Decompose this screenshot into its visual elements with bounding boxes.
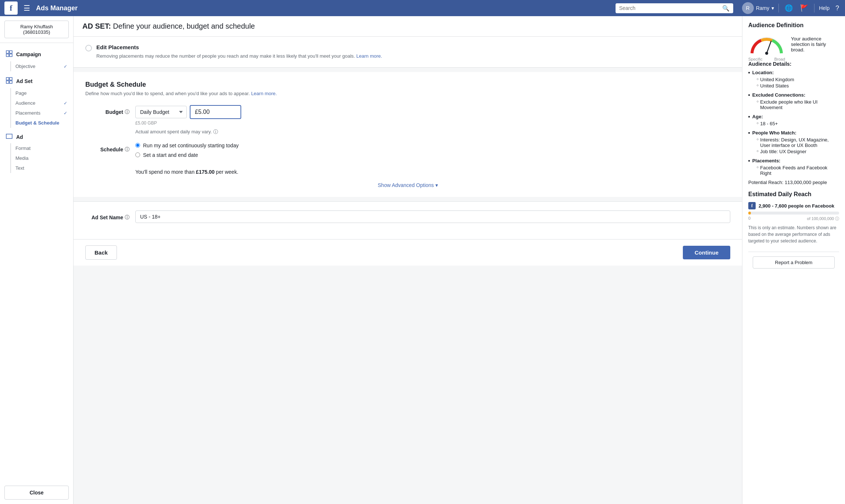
svg-rect-5 [10,78,12,80]
continue-button[interactable]: Continue [683,246,730,259]
budget-schedule-section: Budget & Schedule Define how much you'd … [74,72,742,197]
sidebar-item-placements[interactable]: Placements ✓ [0,108,73,118]
gauge-labels: Specific Broad [748,57,785,61]
budget-section-subtitle: Define how much you'd like to spend, and… [85,91,730,96]
reach-scale-zero: 0 [748,216,750,222]
budget-section-title: Budget & Schedule [85,81,730,89]
reach-scale-max: of 100,000,000 ⓘ [807,216,839,222]
vary-info-icon[interactable]: ⓘ [213,129,218,135]
reach-bar [748,212,751,215]
sidebar-item-budget-schedule[interactable]: Budget & Schedule [0,118,73,128]
audience-definition-title: Audience Definition [748,22,839,29]
audience-details-list: Location: United Kingdom United States E… [748,70,839,177]
ad-label: Ad [16,134,23,140]
placement-item-0: Facebook Feeds and Facebook Right [757,165,839,176]
edit-placements-learn-more[interactable]: Learn more. [356,53,382,59]
amount-vary-note: Actual amount spent daily may vary. ⓘ [135,129,730,135]
svg-rect-8 [6,134,12,138]
user-avatar: R [742,2,754,14]
potential-reach: Potential Reach: 113,000,000 people [748,180,839,185]
budget-amount-input[interactable] [190,105,241,119]
adset-icon [6,77,13,85]
budget-form-row: Budget ⓘ Daily Budget £5.00 GBP Actual a… [85,105,730,135]
bottom-bar: Back Continue [74,239,742,266]
back-button[interactable]: Back [85,245,117,260]
radio-dates[interactable]: Set a start and end date [135,152,730,158]
account-dropdown[interactable]: Ramy Khuffash (368010335) [4,21,69,38]
adset-name-input[interactable] [135,210,730,223]
sidebar-item-media[interactable]: Media [0,153,73,163]
reach-info-icon[interactable]: ⓘ [835,216,839,221]
sidebar-section-ad: Ad Format Media Text [0,131,73,173]
radio-continuous[interactable]: Run my ad set continuously starting toda… [135,143,730,148]
schedule-label: Schedule ⓘ [85,143,129,153]
sidebar-item-objective[interactable]: Objective ✓ [0,61,73,71]
reach-scale: 0 of 100,000,000 ⓘ [748,216,839,222]
search-input[interactable] [619,5,722,11]
audience-details: Audience Details: Location: United Kingd… [748,61,839,177]
facebook-small-logo: f [748,202,756,209]
budget-type-select[interactable]: Daily Budget [135,106,187,118]
age-item: Age: 18 - 65+ [748,114,839,127]
page-header: AD SET: Define your audience, budget and… [74,16,742,37]
ad-subitems: Format Media Text [0,143,73,173]
sidebar-item-audience[interactable]: Audience ✓ [0,98,73,108]
people-match-item: People Who Match: Interests: Design, UX … [748,130,839,155]
show-advanced: Show Advanced Options ▾ [85,182,730,188]
edit-placements-radio[interactable] [85,45,92,51]
location-uk: United Kingdom [757,77,794,82]
weekly-spend: You'll spend no more than £175.00 per we… [135,169,730,175]
sidebar-item-text[interactable]: Text [0,163,73,173]
user-dropdown-icon: ▾ [771,5,774,11]
audience-definition-section: Audience Definition [748,22,839,244]
schedule-info-icon[interactable]: ⓘ [125,146,129,153]
placements-item: Placements: Facebook Feeds and Facebook … [748,158,839,177]
sidebar-section-campaign: Campaign Objective ✓ [0,47,73,71]
budget-hint: £5.00 GBP [135,120,730,126]
close-button[interactable]: Close [4,486,69,500]
schedule-form-row: Schedule ⓘ Run my ad set continuously st… [85,143,730,162]
audience-check-icon: ✓ [64,101,67,106]
svg-rect-2 [6,54,9,57]
audience-gauge: Specific Broad [748,33,785,55]
sidebar-section-adset: Ad Set Page Audience ✓ Placements ✓ [0,74,73,128]
adset-name-controls [135,210,730,223]
reach-text: 2,900 - 7,600 people on Facebook [759,203,834,209]
placements-check-icon: ✓ [64,111,67,116]
excluded-connections-item: Excluded Connections: Exclude people who… [748,92,839,111]
svg-rect-4 [6,78,9,80]
report-problem-button[interactable]: Report a Problem [753,256,835,269]
sidebar-item-adset[interactable]: Ad Set [0,74,73,88]
hamburger-icon[interactable]: ☰ [22,2,32,14]
globe-icon[interactable]: 🌐 [783,3,794,14]
objective-check-icon: ✓ [64,64,67,69]
sidebar-item-page[interactable]: Page [0,88,73,98]
adset-name-row: Ad Set Name ⓘ [85,210,730,223]
user-button[interactable]: R Ramy ▾ [742,2,774,14]
adset-name-label: Ad Set Name ⓘ [85,210,129,221]
excluded-item-0: Exclude people who like UI Movement [757,99,839,110]
help-button[interactable]: Help [819,5,830,11]
svg-rect-0 [6,51,9,53]
adset-name-section: Ad Set Name ⓘ [74,201,742,239]
campaign-subitems: Objective ✓ [0,61,73,71]
sidebar-item-campaign[interactable]: Campaign [0,47,73,61]
adset-label: Ad Set [16,78,32,84]
search-bar: 🔍 [616,3,733,13]
help-icon: ? [834,3,841,14]
budget-learn-more[interactable]: Learn more. [251,91,277,96]
sidebar: Ramy Khuffash (368010335) Campaign Objec… [0,16,74,504]
audience-details-title: Audience Details: [748,61,839,67]
flag-icon[interactable]: 🚩 [799,3,810,14]
show-advanced-link[interactable]: Show Advanced Options ▾ [378,182,438,188]
svg-rect-1 [10,51,12,53]
sidebar-nav: Campaign Objective ✓ Ad Set [0,43,73,180]
svg-point-10 [765,52,768,55]
budget-info-icon[interactable]: ⓘ [125,109,129,115]
budget-inputs: Daily Budget [135,105,730,119]
schedule-controls: Run my ad set continuously starting toda… [135,143,730,162]
adset-name-info-icon[interactable]: ⓘ [125,214,129,221]
sidebar-item-ad[interactable]: Ad [0,131,73,143]
close-button-container: Close [4,486,69,500]
sidebar-item-format[interactable]: Format [0,143,73,153]
